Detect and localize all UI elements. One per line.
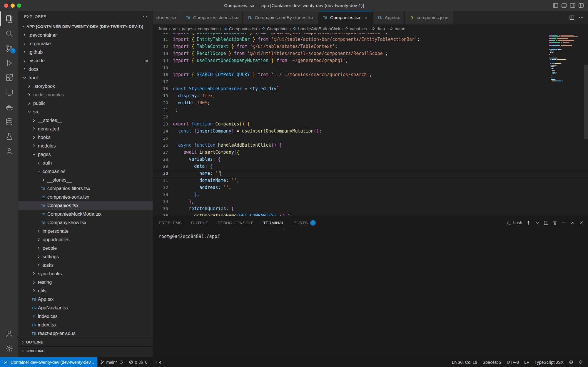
folder-__stories__[interactable]: __stories__ — [18, 176, 153, 184]
folder-sync-hooks[interactable]: sync-hooks — [18, 269, 153, 278]
file-companies-sorts.tsx[interactable]: TScompanies-sorts.tsx — [18, 193, 153, 201]
status-notifications[interactable] — [576, 357, 586, 367]
activity-extensions[interactable] — [0, 70, 18, 85]
tab-stories.tsx[interactable]: stories.tsx — [153, 11, 181, 24]
code-editor[interactable]: 10import { WithTopBarContainer } from '@… — [153, 33, 588, 216]
folder-.storybook[interactable]: .storybook — [18, 82, 153, 91]
folder-.devcontainer[interactable]: .devcontainer — [18, 31, 153, 39]
folder-utils[interactable]: utils — [18, 286, 153, 295]
file-index.css[interactable]: #index.css — [18, 312, 153, 321]
new-terminal-button[interactable] — [526, 220, 531, 225]
kill-terminal-button[interactable] — [552, 220, 557, 225]
breadcrumb-item-name[interactable]: name — [389, 26, 406, 31]
file-Companies.tsx[interactable]: TSCompanies.tsx — [18, 201, 153, 210]
folder-hooks[interactable]: hooks — [18, 133, 153, 142]
breadcrumb-item-src[interactable]: src — [171, 26, 178, 31]
folder-__stories__[interactable]: __stories__ — [18, 116, 153, 125]
folder-public[interactable]: public — [18, 99, 153, 108]
folder-testing[interactable]: testing — [18, 278, 153, 286]
folder-opportunities[interactable]: opportunities — [18, 235, 153, 244]
status-feedback[interactable] — [566, 357, 576, 367]
layout-customize-icon[interactable] — [578, 3, 584, 8]
terminal-output[interactable]: root@0a42ecd84891:/app# — [153, 229, 588, 357]
folder-companies[interactable]: companies — [18, 167, 153, 176]
activity-live-share[interactable] — [0, 144, 18, 158]
breadcrumb-item-Companies[interactable]: Companies — [261, 26, 289, 31]
panel-more-actions-icon[interactable] — [561, 220, 566, 225]
folder-auth[interactable]: auth — [18, 159, 153, 167]
panel-tab-output[interactable]: OUTPUT — [191, 216, 208, 229]
status-indentation[interactable]: Spaces: 2 — [480, 357, 504, 367]
breadcrumb-item-handleAddButtonClick[interactable]: handleAddButtonClick — [292, 26, 341, 31]
folder-.github[interactable]: .github — [18, 48, 153, 56]
file-CompanyShow.tsx[interactable]: TSCompanyShow.tsx — [18, 218, 153, 227]
status-git-branch[interactable]: main* — [97, 357, 126, 367]
tab-Companies.sortBy.stories.tsx[interactable]: TSCompanies.sortBy.stories.tsx — [243, 11, 318, 24]
close-window-button[interactable] — [4, 4, 8, 8]
more-actions-icon[interactable] — [579, 15, 584, 20]
activity-docker[interactable] — [0, 100, 18, 114]
layout-sidebar-right-icon[interactable] — [570, 3, 575, 8]
editor-scrollbar[interactable] — [584, 65, 588, 139]
file-index.tsx[interactable]: TSindex.tsx — [18, 321, 153, 329]
status-problems[interactable]: 00 — [126, 357, 150, 367]
status-language-mode[interactable]: TypeScript JSX — [532, 357, 566, 367]
file-AppNavbar.tsx[interactable]: TSAppNavbar.tsx — [18, 304, 153, 312]
views-and-more-actions-icon[interactable] — [143, 14, 147, 19]
folder-people[interactable]: people — [18, 244, 153, 252]
tab-Companies.stories.tsx[interactable]: TSCompanies.stories.tsx — [181, 11, 243, 24]
layout-sidebar-left-icon[interactable] — [553, 3, 558, 8]
activity-search[interactable] — [0, 26, 18, 41]
folder-impersonate[interactable]: impersonate — [18, 227, 153, 235]
breadcrumb-item-Companies.tsx[interactable]: TSCompanies.tsx — [222, 26, 258, 31]
breadcrumb-item-front[interactable]: front — [158, 26, 168, 31]
shell-selector[interactable]: bash — [506, 220, 522, 225]
folder-pages[interactable]: pages — [18, 150, 153, 159]
zoom-window-button[interactable] — [17, 4, 21, 8]
panel-tab-problems[interactable]: PROBLEMS — [159, 216, 182, 229]
activity-accounts[interactable] — [0, 326, 18, 341]
folder-.ergomake[interactable]: .ergomake — [18, 39, 153, 48]
folder-front[interactable]: front — [18, 73, 153, 82]
folder-docs[interactable]: docs — [18, 65, 153, 73]
maximize-panel-button[interactable] — [570, 220, 575, 225]
breadcrumb-item-data[interactable]: data — [371, 26, 385, 31]
folder-node_modules[interactable]: node_modules — [18, 91, 153, 99]
activity-explorer[interactable] — [0, 11, 18, 26]
workspace-section-header[interactable]: APP [CONTAINER DEV-TWENTY-DEV (DEV-TWENT… — [18, 22, 153, 31]
activity-source-control[interactable]: 1 — [0, 41, 18, 56]
folder-modules[interactable]: modules — [18, 142, 153, 150]
close-panel-button[interactable] — [579, 220, 584, 225]
file-CompaniesMockMode.tsx[interactable]: TSCompaniesMockMode.tsx — [18, 210, 153, 218]
breadcrumb-item-companies[interactable]: companies — [197, 26, 219, 31]
panel-tab-terminal[interactable]: TERMINAL — [263, 216, 284, 229]
split-editor-button[interactable] — [569, 15, 574, 20]
layout-panel-icon[interactable] — [561, 3, 567, 8]
tab-companies.json[interactable]: {}companies.json — [405, 11, 453, 24]
activity-run-debug[interactable] — [0, 56, 18, 70]
minimap[interactable] — [549, 33, 584, 82]
close-tab-icon[interactable] — [364, 16, 368, 20]
file-companies-filters.tsx[interactable]: TScompanies-filters.tsx — [18, 184, 153, 193]
status-ports-forwarded[interactable]: 4 — [150, 357, 164, 367]
folder-src[interactable]: src — [18, 108, 153, 116]
activity-remote-explorer[interactable] — [0, 85, 18, 100]
file-react-app-env.d.ts[interactable]: TSreact-app-env.d.ts — [18, 329, 153, 338]
file-App.tsx[interactable]: TSApp.tsx — [18, 295, 153, 304]
status-eol[interactable]: LF — [522, 357, 532, 367]
terminal-dropdown-icon[interactable] — [535, 220, 540, 225]
remote-indicator[interactable]: Container dev-twenty-dev (dev-twenty-dev… — [0, 357, 97, 367]
panel-tab-ports[interactable]: PORTS1 — [294, 216, 316, 229]
tab-App.tsx[interactable]: TSApp.tsx — [373, 11, 405, 24]
status-cursor-position[interactable]: Ln 30, Col 19 — [449, 357, 480, 367]
folder-.vscode[interactable]: .vscode — [18, 56, 153, 65]
activity-settings[interactable] — [0, 341, 18, 356]
folder-generated[interactable]: generated — [18, 125, 153, 133]
split-terminal-button[interactable] — [544, 220, 549, 225]
folder-settings[interactable]: settings — [18, 252, 153, 261]
activity-testing[interactable] — [0, 129, 18, 144]
timeline-section[interactable]: TIMELINE — [18, 346, 153, 355]
outline-section[interactable]: OUTLINE — [18, 338, 153, 346]
status-encoding[interactable]: UTF-8 — [504, 357, 522, 367]
panel-tab-debug-console[interactable]: DEBUG CONSOLE — [218, 216, 254, 229]
